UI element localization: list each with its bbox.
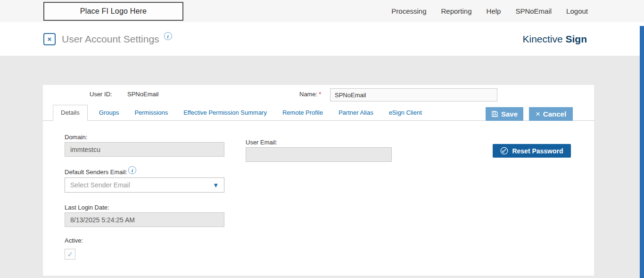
save-label: Save (501, 110, 518, 118)
senders-email-info-icon[interactable]: i (128, 166, 136, 174)
nav-reporting[interactable]: Reporting (441, 7, 472, 15)
info-glyph: i (167, 34, 169, 39)
required-asterisk: * (319, 91, 321, 98)
tab-effective-permission-summary[interactable]: Effective Permission Summary (183, 105, 267, 120)
name-input[interactable] (330, 88, 497, 101)
user-email-input (246, 147, 392, 162)
tab-partner-alias[interactable]: Partner Alias (339, 105, 373, 120)
brand-second: Sign (566, 34, 587, 44)
nav-username[interactable]: SPNoEmail (515, 7, 552, 15)
vertical-scrollbar[interactable] (640, 26, 644, 278)
user-account-settings-icon: × (43, 33, 56, 45)
user-id-value: SPNoEmail (127, 91, 158, 98)
key-icon (500, 147, 508, 155)
user-account-settings-card: User ID: SPNoEmail Name:* Details Groups… (43, 85, 594, 276)
domain-label: Domain: (65, 134, 87, 141)
fi-logo-placeholder: Place FI Logo Here (43, 2, 183, 21)
active-checkbox[interactable]: ✓ (65, 249, 75, 260)
domain-input (65, 142, 224, 157)
save-icon (491, 110, 498, 118)
nav-logout[interactable]: Logout (566, 7, 588, 15)
nav-help[interactable]: Help (487, 7, 501, 15)
name-label-text: Name: (299, 91, 317, 98)
nav-processing[interactable]: Processing (391, 7, 426, 15)
chevron-down-icon: ▼ (213, 182, 219, 189)
sender-email-dropdown[interactable]: Select Sender Email ▼ (65, 177, 224, 193)
last-login-date-input (65, 212, 224, 227)
info-glyph: i (132, 168, 133, 173)
user-id-label: User ID: (90, 91, 112, 98)
save-button[interactable]: Save (486, 107, 523, 121)
title-icon-glyph: × (48, 35, 52, 43)
info-icon[interactable]: i (164, 32, 172, 40)
tab-remote-profile[interactable]: Remote Profile (282, 105, 323, 120)
reset-password-button[interactable]: Reset Password (493, 144, 571, 158)
name-label: Name:* (299, 91, 321, 98)
tab-esign-client[interactable]: eSign Client (389, 105, 422, 120)
fi-logo-text: Place FI Logo Here (80, 7, 147, 16)
tab-permissions[interactable]: Permissions (134, 105, 168, 120)
check-icon: ✓ (67, 250, 73, 259)
cancel-icon: × (536, 110, 540, 118)
top-nav: Processing Reporting Help SPNoEmail Logo… (391, 7, 588, 15)
cancel-button[interactable]: × Cancel (529, 107, 573, 121)
top-bar: Place FI Logo Here Processing Reporting … (0, 0, 644, 22)
user-email-label: User Email: (246, 139, 277, 146)
active-label: Active: (65, 237, 83, 244)
cancel-label: Cancel (543, 110, 566, 118)
default-senders-email-label: Default Senders Email: (65, 168, 127, 176)
tab-details[interactable]: Details (53, 105, 88, 121)
sender-email-placeholder: Select Sender Email (70, 181, 130, 189)
reset-password-label: Reset Password (512, 147, 563, 155)
page-header: × User Account Settings i Kinective Sign (0, 22, 644, 56)
brand-first: Kinective (522, 34, 565, 44)
tab-groups[interactable]: Groups (99, 105, 119, 120)
brand-logo: Kinective Sign (522, 34, 587, 45)
last-login-date-label: Last Login Date: (65, 204, 109, 211)
page-title: User Account Settings (62, 34, 159, 45)
